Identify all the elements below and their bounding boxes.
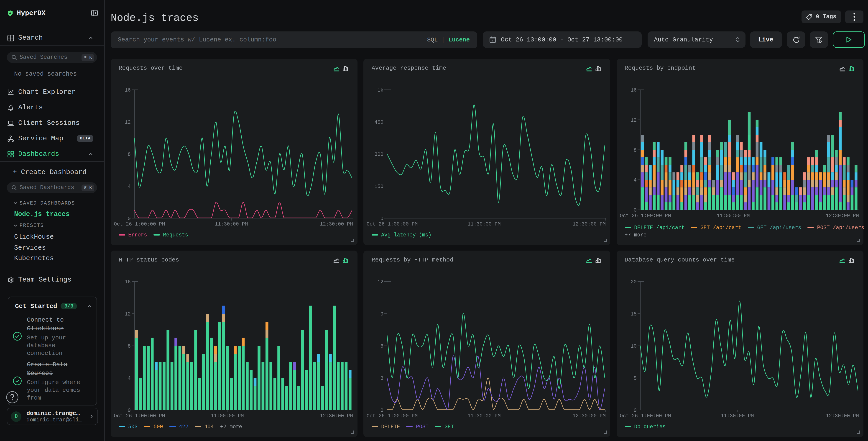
svg-text:12: 12: [125, 120, 130, 125]
svg-text:Oct 26 1:00:00 PM: Oct 26 1:00:00 PM: [620, 213, 671, 219]
svg-text:8: 8: [127, 152, 130, 157]
svg-text:12:30:00 PM: 12:30:00 PM: [826, 413, 859, 419]
svg-text:12: 12: [125, 312, 130, 317]
svg-text:12:30:00 PM: 12:30:00 PM: [320, 413, 353, 419]
svg-text:15: 15: [630, 312, 637, 317]
svg-text:Oct 26 1:00:00 PM: Oct 26 1:00:00 PM: [114, 222, 165, 227]
svg-text:8: 8: [127, 344, 130, 349]
svg-text:12: 12: [377, 279, 383, 285]
svg-text:11:00:00 PM: 11:00:00 PM: [716, 213, 749, 219]
svg-text:150: 150: [374, 184, 383, 189]
svg-text:Oct 26 1:00:00 PM: Oct 26 1:00:00 PM: [367, 413, 417, 419]
svg-text:12:30:00 PM: 12:30:00 PM: [826, 213, 859, 219]
svg-text:3: 3: [380, 376, 383, 381]
svg-text:0: 0: [380, 408, 383, 413]
svg-text:5: 5: [633, 376, 637, 381]
svg-text:4: 4: [633, 177, 637, 183]
svg-text:11:30:00 PM: 11:30:00 PM: [720, 413, 753, 419]
svg-text:Oct 26 1:00:00 PM: Oct 26 1:00:00 PM: [367, 222, 417, 227]
svg-text:0: 0: [633, 207, 637, 213]
svg-text:8: 8: [633, 148, 637, 153]
svg-text:12: 12: [630, 118, 637, 123]
svg-text:16: 16: [125, 279, 130, 285]
svg-text:0: 0: [633, 408, 637, 413]
svg-text:11:30:00 PM: 11:30:00 PM: [215, 222, 248, 227]
svg-text:16: 16: [630, 87, 637, 93]
svg-text:450: 450: [374, 120, 383, 125]
svg-text:4: 4: [127, 184, 130, 189]
svg-text:12:30:00 PM: 12:30:00 PM: [320, 222, 353, 227]
svg-text:Oct 26 1:00:00 PM: Oct 26 1:00:00 PM: [114, 413, 165, 419]
svg-text:0: 0: [380, 216, 383, 222]
svg-text:0: 0: [127, 408, 130, 413]
svg-text:11:00:00 PM: 11:00:00 PM: [210, 413, 243, 419]
svg-text:10: 10: [630, 344, 637, 349]
svg-text:1k: 1k: [377, 87, 383, 93]
svg-text:0: 0: [127, 216, 130, 222]
svg-text:16: 16: [125, 87, 130, 93]
svg-text:12:30:00 PM: 12:30:00 PM: [573, 222, 606, 227]
svg-text:20: 20: [630, 279, 637, 285]
svg-text:300: 300: [374, 152, 383, 157]
svg-text:11:30:00 PM: 11:30:00 PM: [467, 222, 500, 227]
svg-text:9: 9: [380, 312, 383, 317]
svg-text:Oct 26 1:00:00 PM: Oct 26 1:00:00 PM: [620, 413, 671, 419]
svg-text:4: 4: [127, 376, 130, 381]
svg-text:12:30:00 PM: 12:30:00 PM: [573, 413, 606, 419]
svg-text:6: 6: [380, 344, 383, 349]
svg-text:11:30:00 PM: 11:30:00 PM: [467, 413, 500, 419]
